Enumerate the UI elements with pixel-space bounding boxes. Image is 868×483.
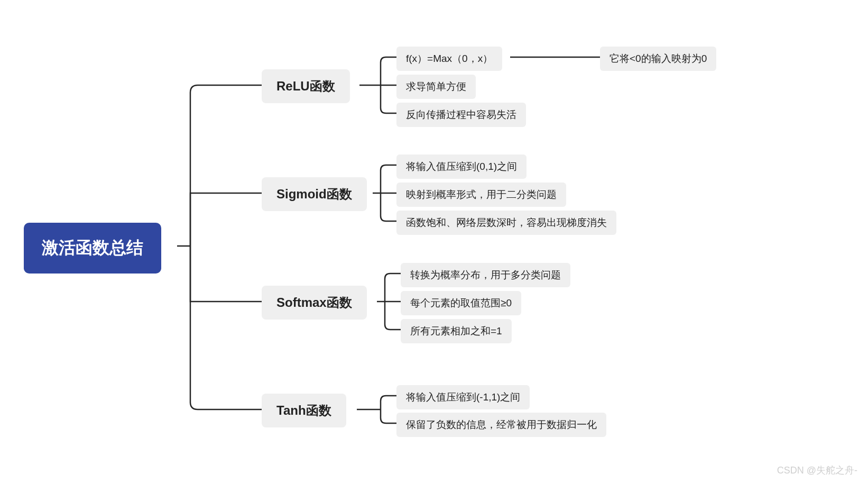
branch-relu[interactable]: ReLU函数	[262, 69, 350, 103]
leaf-relu-derivative[interactable]: 求导简单方便	[396, 75, 476, 99]
mindmap-root[interactable]: 激活函数总结	[24, 223, 161, 274]
leaf-tanh-range[interactable]: 将输入值压缩到(-1,1)之间	[396, 385, 530, 409]
leaf-tanh-normalize[interactable]: 保留了负数的信息，经常被用于数据归一化	[396, 413, 606, 437]
branch-tanh[interactable]: Tanh函数	[262, 394, 346, 427]
leaf-relu-dying[interactable]: 反向传播过程中容易失活	[396, 103, 526, 127]
leaf-sigmoid-range[interactable]: 将输入值压缩到(0,1)之间	[396, 154, 527, 179]
leaf-sigmoid-probability[interactable]: 映射到概率形式，用于二分类问题	[396, 183, 566, 207]
leaf-sigmoid-vanishing[interactable]: 函数饱和、网络层数深时，容易出现梯度消失	[396, 211, 616, 235]
branch-softmax[interactable]: Softmax函数	[262, 286, 367, 320]
watermark: CSDN @失舵之舟-	[777, 464, 857, 477]
leaf-softmax-nonneg[interactable]: 每个元素的取值范围≥0	[401, 291, 521, 315]
branch-sigmoid[interactable]: Sigmoid函数	[262, 177, 367, 211]
leaf-relu-formula[interactable]: f(x）=Max（0，x）	[396, 47, 502, 71]
leaf-softmax-sum1[interactable]: 所有元素相加之和=1	[401, 319, 512, 343]
leaf-softmax-dist[interactable]: 转换为概率分布，用于多分类问题	[401, 263, 570, 287]
leaf-relu-formula-note[interactable]: 它将<0的输入映射为0	[600, 47, 716, 71]
